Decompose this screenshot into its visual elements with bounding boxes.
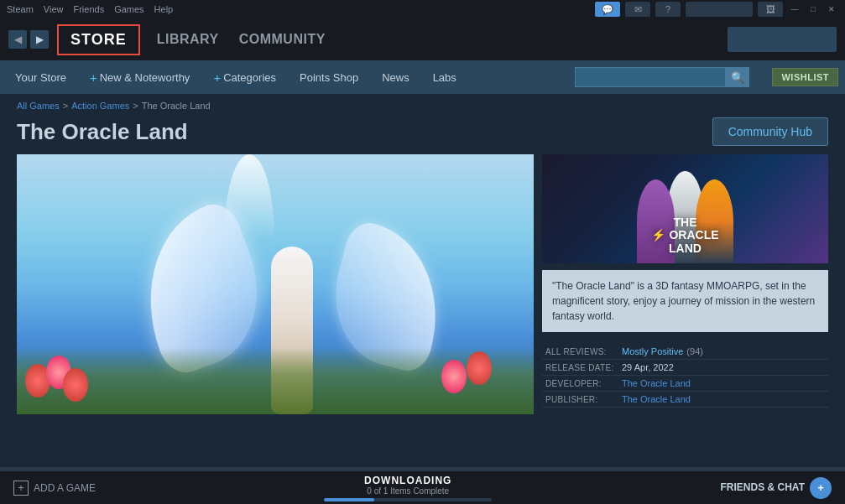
labs-tab[interactable]: Labs [421,60,468,94]
nav-bar: ◀ ▶ STORE LIBRARY COMMUNITY [0,18,845,60]
developer-label: DEVELOPER: [542,379,622,388]
release-label: RELEASE DATE: [542,363,622,372]
flower-4 [441,360,467,393]
store-nav-button[interactable]: STORE [57,24,140,55]
thumb-title-oracle: ORACLE [669,229,718,242]
breadcrumb-sep1: > [63,101,68,111]
breadcrumb-current: The Oracle Land [142,101,211,111]
add-game-plus-icon: + [13,481,29,496]
downloading-sub: 0 of 1 Items Complete [324,486,492,496]
developer-row: DEVELOPER: The Oracle Land [542,376,828,392]
friends-chat-icon: + [810,477,832,499]
breadcrumb-all-games[interactable]: All Games [17,101,60,111]
library-nav-button[interactable]: LIBRARY [149,27,227,52]
news-tab[interactable]: News [370,60,421,94]
publisher-value[interactable]: The Oracle Land [622,394,691,404]
categories-tab[interactable]: + Categories [201,60,288,94]
breadcrumb-sep2: > [133,101,138,111]
new-noteworthy-plus-icon: + [90,70,97,85]
user-profile-area[interactable] [728,27,837,52]
publisher-label: PUBLISHER: [542,395,622,404]
wishlist-button[interactable]: WISHLIST [772,68,838,86]
labs-label: Labs [433,71,456,84]
release-value: 29 Apr, 2022 [622,362,674,372]
user-icon[interactable] [686,2,753,17]
thumb-title-line1: THE [542,216,828,229]
download-progress-bar [324,498,492,501]
menu-bar: Steam View Friends Games Help [7,4,173,14]
categories-plus-icon: + [213,70,221,85]
new-noteworthy-tab[interactable]: + New & Noteworthy [78,60,201,94]
download-area: DOWNLOADING 0 of 1 Items Complete [324,475,492,501]
sub-nav: Your Store + New & Noteworthy + Categori… [0,60,845,94]
steam-chat-icon[interactable]: 💬 [595,2,620,17]
thunder-icon: ⚡ [651,229,665,242]
bottom-bar: + ADD A GAME DOWNLOADING 0 of 1 Items Co… [0,470,845,504]
page-title-area: The Oracle Land Community Hub [0,114,845,154]
search-area: 🔍 [575,60,749,94]
new-noteworthy-label: New & Noteworthy [100,71,190,84]
breadcrumb: All Games > Action Games > The Oracle La… [0,94,845,114]
flowers-area [17,347,534,414]
menu-view[interactable]: View [44,4,64,14]
developer-value[interactable]: The Oracle Land [622,378,691,388]
help-icon[interactable]: ? [655,2,681,17]
friends-chat-label: FRIENDS & CHAT [721,481,805,495]
page-title: The Oracle Land [17,119,188,145]
thumb-title-line3: LAND [542,242,828,255]
breadcrumb-action-games[interactable]: Action Games [71,101,129,111]
add-game-label: ADD A GAME [34,482,96,494]
notifications-icon[interactable]: ✉ [625,2,650,17]
community-hub-button[interactable]: Community Hub [712,117,828,146]
categories-label: Categories [223,71,276,84]
reviews-label: ALL REVIEWS: [542,347,622,356]
minimize-button[interactable]: — [788,3,801,15]
thumb-title-line2: ⚡ ORACLE [542,229,828,242]
forward-button[interactable]: ▶ [30,30,49,49]
downloading-label: DOWNLOADING [324,475,492,486]
reviews-count: (94) [686,346,703,356]
points-shop-label: Points Shop [300,71,358,84]
title-bar: Steam View Friends Games Help 💬 ✉ ? 🖼 — … [0,0,845,18]
reviews-row: ALL REVIEWS: Mostly Positive (94) [542,344,828,360]
your-store-label: Your Store [15,71,66,84]
restore-button[interactable]: □ [806,3,820,15]
points-shop-tab[interactable]: Points Shop [288,60,370,94]
window-controls: 💬 ✉ ? 🖼 — □ ✕ [595,2,838,17]
menu-friends[interactable]: Friends [73,4,104,14]
add-game-button[interactable]: + ADD A GAME [13,481,96,496]
thumbnail-title: THE ⚡ ORACLE LAND [542,216,828,255]
game-thumbnail: THE ⚡ ORACLE LAND [542,154,828,263]
your-store-tab[interactable]: Your Store [3,60,78,94]
download-progress-fill [324,498,374,501]
game-description: "The Oracle Land" is a 3D fantasy MMOARP… [542,270,828,332]
back-button[interactable]: ◀ [8,30,27,49]
release-row: RELEASE DATE: 29 Apr, 2022 [542,360,828,376]
flower-3 [63,368,88,402]
reviews-value[interactable]: Mostly Positive [622,346,683,356]
menu-games[interactable]: Games [114,4,143,14]
friends-chat-button[interactable]: FRIENDS & CHAT + [721,477,832,499]
search-button[interactable]: 🔍 [726,67,749,87]
community-nav-button[interactable]: COMMUNITY [231,27,334,52]
screenshot-icon[interactable]: 🖼 [758,2,783,17]
flower-5 [467,351,492,385]
game-meta: ALL REVIEWS: Mostly Positive (94) RELEAS… [542,339,828,413]
publisher-row: PUBLISHER: The Oracle Land [542,392,828,408]
hero-image [17,154,534,414]
news-label: News [382,71,409,84]
close-button[interactable]: ✕ [825,3,838,15]
main-content: THE ⚡ ORACLE LAND "The Oracle Land" is a… [0,154,845,423]
menu-help[interactable]: Help [154,4,174,14]
right-panel: THE ⚡ ORACLE LAND "The Oracle Land" is a… [542,154,828,423]
search-input[interactable] [575,67,726,87]
menu-steam[interactable]: Steam [7,4,34,14]
